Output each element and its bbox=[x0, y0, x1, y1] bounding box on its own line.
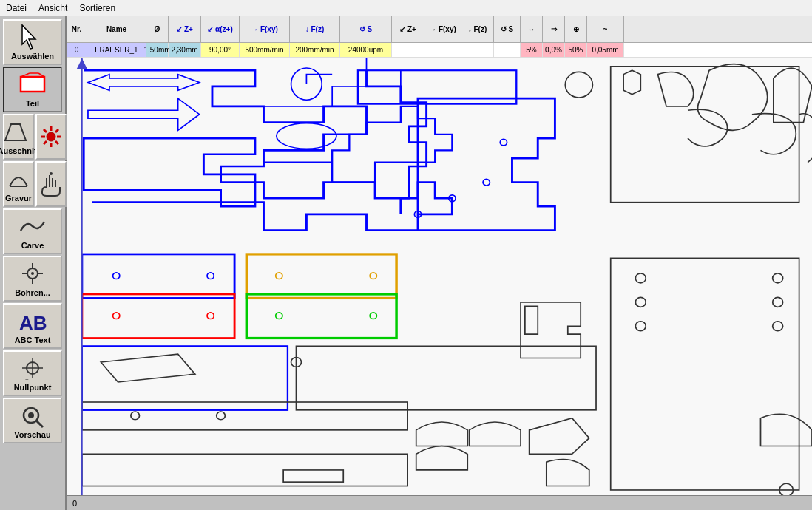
hand-icon bbox=[36, 171, 66, 197]
th-zplus: ↙ Z+ bbox=[169, 16, 201, 42]
svg-line-31 bbox=[36, 421, 43, 427]
td-fxy: 500mm/min bbox=[240, 43, 290, 57]
svg-point-7 bbox=[47, 132, 55, 141]
table-container: Nr. Name Ø ↙ Z+ ↙ α(z+) → F(xy) ↓ F(z) ↺… bbox=[67, 16, 812, 58]
table-header: Nr. Name Ø ↙ Z+ ↙ α(z+) → F(xy) ↓ F(z) ↺… bbox=[67, 16, 812, 43]
tool-nullpunkt[interactable]: + Nullpunkt bbox=[3, 350, 62, 396]
th-fz: ↓ F(z) bbox=[290, 16, 340, 42]
tool-ausschnitt-label: Ausschnitt bbox=[0, 146, 39, 155]
tool-row-ausschnitt: Ausschnitt bbox=[3, 114, 62, 160]
tool-carve-label: Carve bbox=[21, 241, 44, 250]
td-fxy2 bbox=[424, 43, 461, 57]
svg-line-13 bbox=[55, 141, 58, 144]
tool-settings[interactable] bbox=[35, 114, 67, 160]
svg-text:ABC: ABC bbox=[19, 312, 47, 334]
tool-select[interactable]: Auswählen bbox=[3, 19, 62, 65]
td-diameter: 1,50mm bbox=[146, 43, 169, 57]
td-c1: 5% bbox=[521, 43, 543, 57]
part-icon bbox=[18, 71, 47, 98]
svg-marker-0 bbox=[22, 25, 35, 49]
menu-ansicht[interactable]: Ansicht bbox=[38, 3, 67, 13]
th-c3: ⊕ bbox=[565, 16, 587, 42]
tool-gravur[interactable]: Gravur bbox=[3, 161, 34, 207]
tool-vorschau-label: Vorschau bbox=[14, 430, 50, 439]
svg-line-12 bbox=[44, 129, 47, 132]
tool-bohren-label: Bohren... bbox=[15, 288, 50, 297]
tool-part-label: Teil bbox=[26, 99, 39, 108]
tool-gravur-label: Gravur bbox=[5, 194, 32, 203]
td-fz: 200mm/min bbox=[290, 43, 340, 57]
menu-bar: Datei Ansicht Sortieren bbox=[0, 0, 812, 16]
svg-point-23 bbox=[31, 272, 34, 275]
td-alpha: 90,00° bbox=[201, 43, 240, 57]
cursor-icon bbox=[18, 24, 47, 50]
content-area: Nr. Name Ø ↙ Z+ ↙ α(z+) → F(xy) ↓ F(z) ↺… bbox=[67, 16, 812, 510]
gravur-icon bbox=[4, 166, 33, 192]
tool-text[interactable]: ABC ABC Text bbox=[3, 303, 62, 349]
svg-rect-1 bbox=[21, 77, 44, 92]
tool-row-gravur: Gravur bbox=[3, 161, 62, 207]
th-s: ↺ S bbox=[340, 16, 392, 42]
tool-nullpunkt-label: Nullpunkt bbox=[14, 383, 52, 392]
canvas-svg bbox=[67, 58, 812, 510]
main-layout: Auswählen Teil Ausschnitt bbox=[0, 16, 812, 510]
drill-icon bbox=[18, 260, 47, 287]
th-name: Name bbox=[87, 16, 146, 42]
th-fxy2: → F(xy) bbox=[424, 16, 461, 42]
svg-marker-5 bbox=[5, 124, 26, 140]
canvas-area[interactable]: 0 bbox=[67, 58, 812, 510]
th-nr: Nr. bbox=[67, 16, 87, 42]
statusbar: 0 bbox=[67, 495, 812, 510]
tool-ausschnitt[interactable]: Ausschnitt bbox=[3, 114, 34, 160]
svg-text:+: + bbox=[25, 376, 29, 381]
tool-text-label: ABC Text bbox=[15, 336, 51, 344]
ausschnitt-icon bbox=[4, 118, 33, 145]
th-diameter: Ø bbox=[146, 16, 169, 42]
menu-sortieren[interactable]: Sortieren bbox=[79, 3, 115, 13]
text-icon: ABC bbox=[18, 307, 47, 334]
svg-point-17 bbox=[50, 172, 53, 175]
td-c3: 50% bbox=[565, 43, 587, 57]
menu-datei[interactable]: Datei bbox=[6, 3, 27, 13]
th-fz2: ↓ F(z) bbox=[461, 16, 494, 42]
tool-part[interactable]: Teil bbox=[3, 67, 62, 112]
crosshair-icon: + bbox=[18, 355, 47, 381]
carve-icon bbox=[18, 213, 47, 239]
td-c4: 0,05mm bbox=[587, 43, 624, 57]
left-toolbar: Auswählen Teil Ausschnitt bbox=[0, 16, 67, 510]
tool-carve[interactable]: Carve bbox=[3, 208, 62, 254]
statusbar-text: 0 bbox=[72, 499, 77, 508]
td-zplus: 2,30mm bbox=[169, 43, 201, 57]
table-row-0[interactable]: 0 FRAESER_1 1,50mm 2,30mm 90,00° 500mm/m… bbox=[67, 43, 812, 58]
tool-bohren[interactable]: Bohren... bbox=[3, 256, 62, 302]
tool-vorschau[interactable]: Vorschau bbox=[3, 398, 62, 443]
th-c2: ⇒ bbox=[543, 16, 565, 42]
preview-icon bbox=[18, 402, 47, 429]
td-name: FRAESER_1 bbox=[87, 43, 146, 57]
tool-hand[interactable] bbox=[35, 161, 67, 207]
td-s: 24000upm bbox=[340, 43, 392, 57]
th-alpha: ↙ α(z+) bbox=[201, 16, 240, 42]
th-s2: ↺ S bbox=[494, 16, 521, 42]
th-fxy: → F(xy) bbox=[240, 16, 290, 42]
gear-icon bbox=[36, 123, 66, 150]
tool-select-label: Auswählen bbox=[11, 52, 54, 61]
svg-point-30 bbox=[28, 412, 34, 418]
svg-line-15 bbox=[44, 141, 47, 144]
td-s2 bbox=[494, 43, 521, 57]
th-c4: ~ bbox=[587, 16, 624, 42]
svg-line-14 bbox=[55, 129, 58, 132]
th-c1: ↔ bbox=[521, 16, 543, 42]
td-nr: 0 bbox=[67, 43, 87, 57]
td-zplus2 bbox=[392, 43, 424, 57]
th-zplus2: ↙ Z+ bbox=[392, 16, 424, 42]
td-fz2 bbox=[461, 43, 494, 57]
td-c2: 0,0% bbox=[543, 43, 565, 57]
